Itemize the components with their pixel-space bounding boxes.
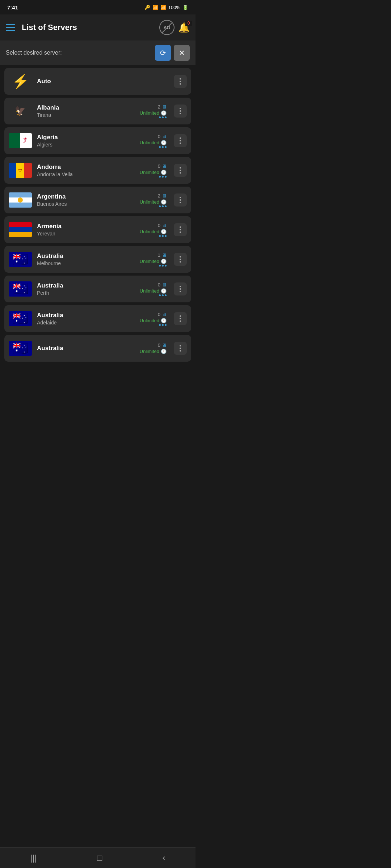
unlimited-argentina: Unlimited 🕐 bbox=[140, 199, 167, 205]
key-icon: 🔑 bbox=[144, 5, 150, 10]
server-info-australia-perth: Australia Perth bbox=[37, 282, 135, 296]
server-name-andorra: Andorra bbox=[37, 163, 135, 171]
unlimited-albania: Unlimited 🕐 bbox=[140, 110, 167, 116]
flag-algeria: ☽ ★ bbox=[9, 133, 32, 148]
monitor-icon: 🖥 bbox=[162, 312, 167, 317]
server-city-armenia: Yerevan bbox=[37, 231, 135, 237]
more-button-argentina[interactable] bbox=[174, 193, 187, 207]
more-button-australia-adelaide[interactable] bbox=[174, 312, 187, 325]
more-dots bbox=[180, 345, 181, 352]
clock-icon: 🕐 bbox=[161, 199, 167, 205]
dots-row bbox=[159, 235, 167, 237]
dots-row bbox=[159, 294, 167, 296]
more-button-andorra[interactable] bbox=[174, 164, 187, 177]
server-name-argentina: Argentina bbox=[37, 193, 135, 200]
notification-bell[interactable]: 🔔 0 bbox=[178, 22, 190, 33]
clock-icon: 🕐 bbox=[161, 288, 167, 294]
unlimited-australia-adelaide: Unlimited 🕐 bbox=[140, 318, 167, 323]
clock-icon: 🕐 bbox=[161, 259, 167, 264]
more-button-armenia[interactable] bbox=[174, 223, 187, 236]
server-item-australia-melbourne[interactable]: Australia Melbourne 1 🖥 Unlimited 🕐 bbox=[4, 246, 191, 273]
close-button[interactable]: ✕ bbox=[174, 45, 190, 61]
server-city-australia-melbourne: Melbourne bbox=[37, 260, 135, 266]
dots-row bbox=[159, 176, 167, 178]
clock-icon: 🕐 bbox=[161, 318, 167, 323]
more-dots bbox=[180, 78, 181, 85]
ad-block-icon[interactable]: AD bbox=[159, 20, 175, 35]
unlimited-australia-4: Unlimited 🕐 bbox=[140, 349, 167, 354]
lightning-icon: ⚡ bbox=[12, 74, 29, 89]
flag-australia-4 bbox=[9, 341, 32, 356]
server-info-algeria: Algeria Algiers bbox=[37, 134, 135, 148]
refresh-button[interactable]: ⟳ bbox=[155, 45, 171, 61]
server-info-armenia: Armenia Yerevan bbox=[37, 223, 135, 237]
server-item-australia-adelaide[interactable]: Australia Adelaide 0 🖥 Unlimited 🕐 bbox=[4, 305, 191, 332]
server-info-australia-4: Australia bbox=[37, 345, 135, 352]
server-meta-andorra: 0 🖥 Unlimited 🕐 bbox=[140, 163, 167, 178]
status-time: 7:41 bbox=[7, 4, 18, 10]
server-item-australia-4[interactable]: Australia 0 🖥 Unlimited 🕐 bbox=[4, 335, 191, 362]
server-item-auto[interactable]: ⚡ Auto bbox=[4, 68, 191, 95]
unlimited-australia-melbourne: Unlimited 🕐 bbox=[140, 259, 167, 264]
server-list: ⚡ Auto 🦅 Albania Tirana bbox=[0, 65, 196, 365]
server-city-andorra: Andorra la Vella bbox=[37, 171, 135, 177]
server-meta-australia-adelaide: 0 🖥 Unlimited 🕐 bbox=[140, 312, 167, 326]
dots-row bbox=[159, 116, 167, 118]
server-meta-australia-4: 0 🖥 Unlimited 🕐 bbox=[140, 342, 167, 354]
server-item-algeria[interactable]: ☽ ★ Algeria Algiers 0 🖥 Unlimited 🕐 bbox=[4, 127, 191, 154]
server-item-armenia[interactable]: Armenia Yerevan 0 🖥 Unlimited 🕐 bbox=[4, 216, 191, 243]
battery-text: 100% bbox=[168, 5, 180, 10]
battery-icon: 🔋 bbox=[182, 5, 188, 10]
toolbar-label: Select desired server: bbox=[6, 50, 62, 56]
dots-row bbox=[159, 146, 167, 148]
monitor-icon: 🖥 bbox=[162, 134, 167, 139]
more-button-algeria[interactable] bbox=[174, 134, 187, 147]
server-name-australia-melbourne: Australia bbox=[37, 252, 135, 260]
server-list-area: ⚡ Auto 🦅 Albania Tirana bbox=[0, 65, 196, 390]
monitor-icon: 🖥 bbox=[162, 342, 167, 348]
server-meta-australia-perth: 0 🖥 Unlimited 🕐 bbox=[140, 282, 167, 296]
server-item-australia-perth[interactable]: Australia Perth 0 🖥 Unlimited 🕐 bbox=[4, 276, 191, 302]
status-bar: 7:41 🔑 📶 📶 100% 🔋 bbox=[0, 0, 196, 14]
server-meta-armenia: 0 🖥 Unlimited 🕐 bbox=[140, 223, 167, 237]
server-item-argentina[interactable]: Argentina Buenos Aires 2 🖥 Unlimited 🕐 bbox=[4, 187, 191, 213]
server-name-auto: Auto bbox=[37, 78, 169, 85]
flag-australia-adelaide bbox=[9, 311, 32, 326]
dots-row bbox=[159, 265, 167, 267]
flag-armenia bbox=[9, 222, 32, 237]
more-dots bbox=[180, 286, 181, 292]
more-dots bbox=[180, 226, 181, 233]
server-meta-algeria: 0 🖥 Unlimited 🕐 bbox=[140, 134, 167, 148]
app-bar-right: AD 🔔 0 bbox=[159, 20, 190, 35]
server-info-albania: Albania Tirana bbox=[37, 104, 135, 118]
toolbar: Select desired server: ⟳ ✕ bbox=[0, 41, 196, 65]
server-item-albania[interactable]: 🦅 Albania Tirana 2 🖥 Unlimited 🕐 bbox=[4, 98, 191, 124]
flag-australia-perth bbox=[9, 281, 32, 297]
server-name-australia-adelaide: Australia bbox=[37, 312, 135, 319]
server-info-andorra: Andorra Andorra la Vella bbox=[37, 163, 135, 177]
more-dots bbox=[180, 137, 181, 144]
server-name-albania: Albania bbox=[37, 104, 135, 111]
more-button-australia-melbourne[interactable] bbox=[174, 253, 187, 266]
clock-icon: 🕐 bbox=[161, 110, 167, 116]
monitor-icon: 🖥 bbox=[162, 282, 167, 288]
server-city-australia-perth: Perth bbox=[37, 290, 135, 296]
more-dots bbox=[180, 315, 181, 322]
server-city-albania: Tirana bbox=[37, 112, 135, 118]
clock-icon: 🕐 bbox=[161, 349, 167, 354]
server-item-andorra[interactable]: 🛡 Andorra Andorra la Vella 0 🖥 Unlimited… bbox=[4, 157, 191, 184]
more-button-albania[interactable] bbox=[174, 105, 187, 118]
more-button-auto[interactable] bbox=[174, 75, 187, 88]
menu-button[interactable] bbox=[6, 24, 15, 31]
server-city-australia-adelaide: Adelaide bbox=[37, 320, 135, 326]
clock-icon: 🕐 bbox=[161, 170, 167, 175]
monitor-icon: 🖥 bbox=[162, 193, 167, 199]
server-info-australia-adelaide: Australia Adelaide bbox=[37, 312, 135, 326]
more-button-australia-4[interactable] bbox=[174, 342, 187, 355]
unlimited-australia-perth: Unlimited 🕐 bbox=[140, 288, 167, 294]
notification-badge: 0 bbox=[185, 21, 192, 26]
more-button-australia-perth[interactable] bbox=[174, 282, 187, 295]
monitor-icon: 🖥 bbox=[162, 223, 167, 228]
server-info-australia-melbourne: Australia Melbourne bbox=[37, 252, 135, 266]
clock-icon: 🕐 bbox=[161, 140, 167, 145]
